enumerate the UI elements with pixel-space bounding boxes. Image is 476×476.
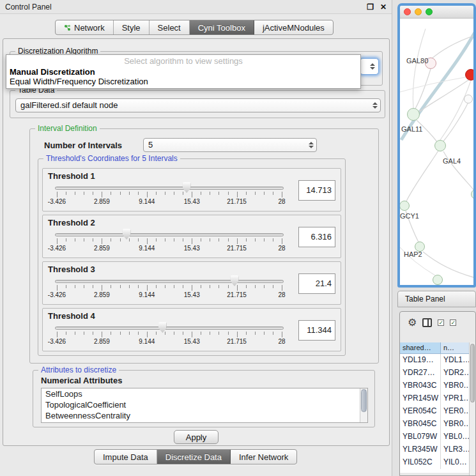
table-row[interactable]: YDR27…YDR2… — [400, 367, 475, 380]
threshold-panel-2: Threshold 2-3.4262.8599.14415.4321.71528… — [42, 215, 341, 258]
algorithm-placeholder: Select algorithm to view settings — [6, 55, 360, 67]
network-node-gal4[interactable] — [434, 140, 446, 151]
cell-shared-name: YPR145W — [400, 392, 441, 405]
node-label-gcy1: GCY1 — [400, 212, 419, 220]
cell-shared-name: YER054C — [400, 405, 441, 418]
zoom-traffic-icon[interactable] — [426, 8, 433, 15]
algorithm-dropdown-menu: Select algorithm to view settings Manual… — [6, 54, 361, 89]
bottom-tab-bar: Impute DataDiscretize DataInfer Network — [94, 449, 297, 464]
slider-ticks — [57, 285, 282, 291]
table-row[interactable]: YBR045CYBR0… — [400, 418, 475, 431]
tab-jactivemnodules[interactable]: jActiveMNodules — [254, 20, 333, 35]
threshold-slider-4[interactable]: -3.4262.8599.14415.4321.71528 — [48, 323, 291, 349]
tab-network[interactable]: Network — [56, 20, 114, 35]
threshold-slider-3[interactable]: -3.4262.8599.14415.4321.71528 — [48, 276, 291, 303]
tab-select[interactable]: Select — [150, 20, 190, 35]
slider-inner: -3.4262.8599.14415.4321.71528 — [57, 323, 282, 349]
table-row[interactable]: YLR345WYLR3… — [400, 443, 475, 456]
menu-item-manual-discretization[interactable]: Manual Discretization — [6, 67, 360, 77]
network-node[interactable] — [433, 275, 443, 285]
threshold-value-field[interactable]: 6.316 — [298, 227, 335, 247]
threshold-label: Threshold 2 — [48, 218, 95, 227]
table-panel-header[interactable]: Table Panel — [397, 291, 476, 307]
slider-track[interactable] — [55, 187, 284, 190]
interval-definition-group: Interval Definition Number of Intervals … — [29, 128, 379, 364]
slider-ticks — [57, 332, 282, 337]
network-node[interactable] — [464, 95, 473, 104]
slider-axis-labels: -3.4262.8599.14415.4321.71528 — [57, 198, 282, 206]
tab-style[interactable]: Style — [114, 20, 150, 35]
slider-track[interactable] — [55, 326, 284, 330]
threshold-label: Threshold 4 — [48, 311, 95, 321]
select-check-icon[interactable]: ✓ — [450, 319, 456, 326]
network-node[interactable] — [465, 69, 476, 81]
table-toolbar: ⚙ ✓ ✓ — [400, 312, 475, 334]
tab-label: Infer Network — [239, 452, 288, 462]
tab-label: Discretize Data — [165, 452, 222, 462]
table-data-value: galFiltered.sif default node — [20, 100, 118, 110]
control-panel-window: Control Panel ❐ ✕ NetworkStyleSelectCyni… — [0, 0, 392, 476]
threshold-value-field[interactable]: 11.344 — [298, 320, 335, 341]
table-scrollbar[interactable] — [469, 342, 475, 475]
table-row[interactable]: YBR043CYBR0… — [400, 380, 475, 392]
table-row[interactable]: YIL052CYIL0… — [400, 456, 475, 469]
tab-discretize-data[interactable]: Discretize Data — [157, 450, 231, 464]
tab-label: jActiveMNodules — [263, 23, 325, 33]
table-row[interactable]: YER054CYER0… — [400, 405, 475, 418]
apply-button[interactable]: Apply — [174, 430, 219, 444]
table-data-combobox[interactable]: galFiltered.sif default node — [15, 98, 381, 112]
node-label-gal11: GAL11 — [401, 125, 422, 133]
menu-item-equal-width-frequency-discretization[interactable]: Equal Width/Frequency Discretization — [6, 77, 360, 86]
cell-shared-name: YDL19… — [400, 354, 441, 367]
threshold-slider-2[interactable]: -3.4262.8599.14415.4321.71528 — [48, 229, 291, 256]
list-item-topologicalcoefficient[interactable]: TopologicalCoefficient — [42, 399, 367, 410]
tab-label: Style — [122, 23, 141, 33]
gear-icon[interactable]: ⚙ — [408, 318, 417, 328]
threshold-value-field[interactable]: 14.713 — [298, 180, 335, 201]
network-canvas[interactable]: GAL80GAL11GAL4GCY1HAP2 — [400, 19, 473, 285]
list-item-selfloops[interactable]: SelfLoops — [42, 388, 367, 399]
cell-shared-name: YDR27… — [400, 367, 441, 380]
close-icon[interactable]: ✕ — [380, 3, 387, 12]
network-node-gcy1[interactable] — [399, 201, 410, 211]
slider-track[interactable] — [55, 233, 284, 236]
cell-shared-name: YLR345W — [400, 443, 441, 456]
slider-axis-labels: -3.4262.8599.14415.4321.71528 — [57, 338, 282, 346]
number-of-intervals-value: 5 — [148, 140, 153, 150]
tab-label: Cyni Toolbox — [198, 23, 245, 33]
minimize-traffic-icon[interactable] — [415, 8, 422, 15]
close-traffic-icon[interactable] — [404, 8, 411, 15]
tab-label: Network — [74, 23, 105, 33]
network-icon — [64, 24, 71, 31]
attributes-group: Attributes to discretize Numerical Attri… — [33, 370, 375, 427]
tab-cyni-toolbox[interactable]: Cyni Toolbox — [190, 20, 254, 35]
threshold-slider-1[interactable]: -3.4262.8599.14415.4321.71528 — [48, 183, 291, 210]
network-node-gal11[interactable] — [407, 108, 420, 121]
algorithm-combobox[interactable] — [360, 58, 379, 75]
table-row[interactable]: YPR145WYPR1… — [400, 392, 475, 405]
table-body: YDL19…YDL1…YDR27…YDR2…YBR043CYBR0…YPR145… — [400, 354, 475, 473]
list-item-betweennesscentrality[interactable]: BetweennessCentrality — [42, 410, 367, 421]
threshold-panel-4: Threshold 4-3.4262.8599.14415.4321.71528… — [42, 308, 341, 351]
top-tab-bar: NetworkStyleSelectCyni ToolboxjActiveMNo… — [55, 20, 334, 35]
column-header-shared-name[interactable]: shared… — [400, 342, 441, 354]
number-of-intervals-combobox[interactable]: 5 — [143, 138, 317, 152]
restore-icon[interactable]: ❐ — [367, 3, 374, 12]
cell-shared-name: YBR043C — [400, 380, 441, 392]
tab-infer-network[interactable]: Infer Network — [231, 450, 296, 464]
slider-axis-labels: -3.4262.8599.14415.4321.71528 — [57, 291, 282, 299]
slider-track[interactable] — [55, 280, 284, 283]
list-scrollbar[interactable] — [360, 388, 367, 422]
table-panel-window: ⚙ ✓ ✓ shared… n… YDL19…YDL1…YDR27…YDR2…Y… — [399, 311, 476, 476]
tab-label: Select — [158, 23, 181, 33]
select-all-check-icon[interactable]: ✓ — [438, 319, 444, 326]
threshold-value-field[interactable]: 21.4 — [298, 273, 335, 294]
threshold-panel-1: Threshold 1-3.4262.8599.14415.4321.71528… — [42, 168, 341, 211]
slider-inner: -3.4262.8599.14415.4321.71528 — [57, 276, 282, 303]
table-row[interactable]: YBL079WYBL0… — [400, 431, 475, 443]
columns-icon[interactable] — [422, 318, 432, 327]
threshold-label: Threshold 1 — [48, 171, 95, 181]
table-row[interactable]: YDL19…YDL1… — [400, 354, 475, 367]
slider-ticks — [57, 238, 282, 244]
tab-impute-data[interactable]: Impute Data — [95, 450, 157, 464]
